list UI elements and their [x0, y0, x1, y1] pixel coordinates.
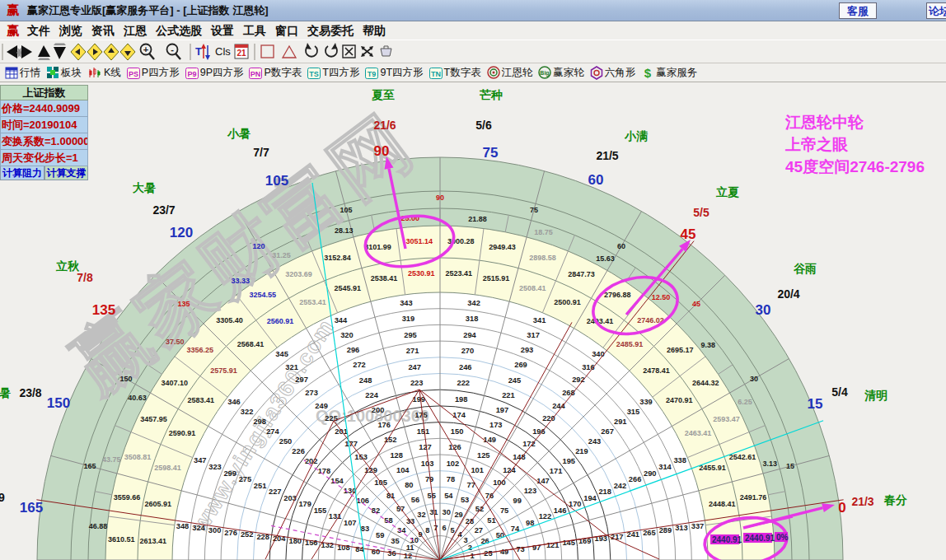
- svg-text:2538.41: 2538.41: [371, 274, 398, 282]
- svg-text:3254.55: 3254.55: [249, 291, 276, 299]
- svg-text:立夏: 立夏: [715, 185, 739, 198]
- svg-text:339: 339: [639, 398, 653, 406]
- svg-text:37.50: 37.50: [166, 338, 185, 346]
- svg-text:227: 227: [269, 488, 282, 496]
- svg-text:2545.91: 2545.91: [335, 284, 362, 292]
- svg-text:248: 248: [359, 376, 372, 385]
- svg-text:101: 101: [471, 466, 484, 474]
- svg-text:222: 222: [457, 379, 471, 387]
- svg-text:12.50: 12.50: [652, 293, 671, 301]
- svg-text:165: 165: [20, 500, 43, 516]
- svg-text:20/4: 20/4: [777, 287, 799, 301]
- svg-text:250: 250: [279, 437, 293, 446]
- svg-text:2440.91: 2440.91: [745, 534, 775, 543]
- svg-text:53: 53: [461, 496, 469, 504]
- svg-text:269: 269: [514, 361, 527, 369]
- svg-text:245: 245: [508, 376, 522, 385]
- svg-text:120: 120: [252, 242, 265, 250]
- svg-text:23/8: 23/8: [19, 386, 41, 399]
- svg-text:21: 21: [236, 49, 246, 58]
- svg-text:197: 197: [496, 406, 509, 414]
- svg-text:90: 90: [374, 143, 390, 159]
- svg-text:3: 3: [464, 536, 468, 544]
- svg-text:2575.91: 2575.91: [210, 366, 237, 375]
- svg-text:31.25: 31.25: [272, 251, 291, 259]
- svg-text:79: 79: [425, 475, 433, 483]
- svg-text:338: 338: [673, 456, 686, 464]
- svg-text:174: 174: [452, 411, 466, 419]
- svg-text:Big: Big: [541, 70, 550, 77]
- svg-text:51: 51: [487, 516, 495, 525]
- svg-text:3457.95: 3457.95: [140, 415, 167, 423]
- svg-text:122: 122: [539, 512, 552, 520]
- svg-text:27: 27: [475, 526, 483, 534]
- svg-text:PN: PN: [251, 70, 261, 78]
- svg-text:319: 319: [402, 315, 415, 323]
- svg-text:2560.91: 2560.91: [267, 317, 294, 325]
- svg-text:289: 289: [659, 526, 672, 534]
- svg-text:178: 178: [318, 467, 331, 475]
- svg-text:242: 242: [614, 482, 627, 490]
- svg-text:45: 45: [692, 300, 700, 308]
- svg-text:2515.91: 2515.91: [483, 274, 510, 282]
- svg-text:2491.76: 2491.76: [740, 493, 767, 502]
- svg-text:105: 105: [340, 206, 353, 214]
- svg-text:272: 272: [353, 361, 366, 369]
- svg-text:谷雨: 谷雨: [793, 262, 817, 275]
- svg-text:3203.69: 3203.69: [285, 270, 312, 278]
- svg-text:7/8: 7/8: [77, 271, 93, 284]
- svg-text:340: 340: [592, 350, 605, 358]
- svg-text:2440.91: 2440.91: [712, 535, 742, 544]
- svg-text:300: 300: [208, 526, 222, 534]
- svg-text:82: 82: [372, 506, 380, 515]
- svg-text:135: 135: [177, 300, 190, 308]
- svg-text:春分: 春分: [883, 493, 907, 506]
- svg-text:128: 128: [390, 451, 403, 460]
- svg-text:2478.41: 2478.41: [643, 366, 670, 375]
- svg-text:2796.88: 2796.88: [604, 291, 631, 299]
- svg-text:344: 344: [335, 316, 348, 324]
- svg-text:15.63: 15.63: [596, 254, 615, 263]
- svg-text:131: 131: [329, 512, 342, 520]
- svg-text:102: 102: [447, 460, 460, 468]
- svg-text:0: 0: [838, 500, 845, 516]
- svg-text:夏至: 夏至: [372, 88, 395, 101]
- svg-text:267: 267: [601, 427, 614, 436]
- svg-text:176: 176: [377, 421, 391, 429]
- svg-text:290: 290: [644, 469, 657, 478]
- svg-text:314: 314: [658, 463, 672, 471]
- svg-text:315: 315: [627, 408, 640, 416]
- svg-text:246: 246: [459, 363, 472, 371]
- svg-text:2644.32: 2644.32: [692, 379, 719, 387]
- svg-text:21/5: 21/5: [596, 149, 618, 162]
- svg-text:90: 90: [436, 194, 444, 202]
- svg-text:5/4: 5/4: [831, 385, 848, 399]
- svg-text:175: 175: [414, 411, 428, 419]
- svg-text:18.75: 18.75: [534, 228, 553, 236]
- svg-text:80: 80: [405, 481, 413, 489]
- svg-text:T9: T9: [368, 70, 377, 78]
- svg-text:171: 171: [550, 467, 563, 475]
- svg-text:21.88: 21.88: [468, 215, 487, 223]
- svg-text:2605.91: 2605.91: [144, 500, 171, 508]
- svg-text:56: 56: [411, 496, 419, 504]
- svg-text:2448.41: 2448.41: [709, 500, 736, 508]
- svg-text:3051.14: 3051.14: [405, 237, 433, 245]
- svg-text:251: 251: [254, 482, 267, 490]
- svg-text:35: 35: [391, 537, 399, 545]
- svg-text:3101.99: 3101.99: [364, 243, 391, 251]
- svg-text:125: 125: [477, 451, 490, 460]
- svg-text:316: 316: [582, 363, 595, 371]
- svg-text:30: 30: [750, 375, 758, 383]
- svg-text:处暑: 处暑: [0, 386, 11, 399]
- svg-text:28.13: 28.13: [335, 226, 354, 235]
- svg-text:43.75: 43.75: [102, 455, 121, 464]
- svg-text:小满: 小满: [624, 129, 648, 142]
- svg-text:21/3: 21/3: [851, 495, 873, 508]
- svg-text:33.33: 33.33: [232, 277, 251, 285]
- svg-text:2463.41: 2463.41: [685, 429, 712, 437]
- svg-text:3305.40: 3305.40: [216, 316, 243, 324]
- svg-text:2508.41: 2508.41: [519, 284, 546, 292]
- svg-text:247: 247: [408, 363, 421, 371]
- svg-text:99: 99: [513, 497, 522, 505]
